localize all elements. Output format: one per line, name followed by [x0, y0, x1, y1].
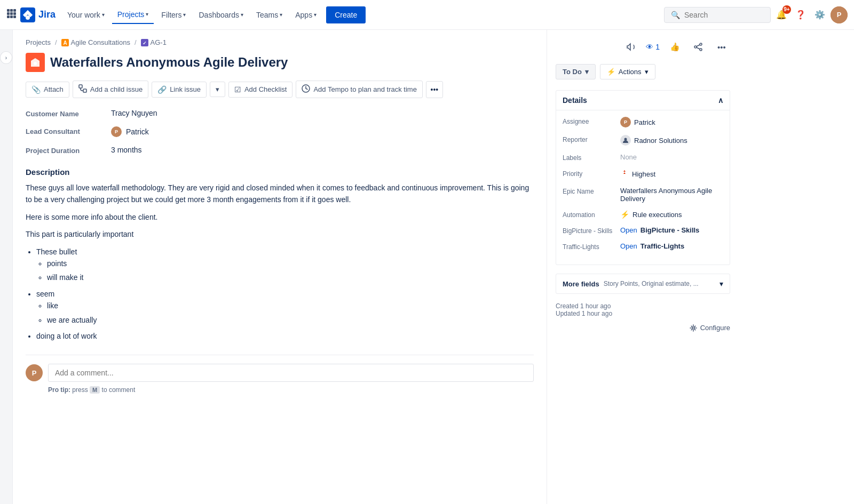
- assignee-label: Assignee: [563, 117, 616, 125]
- search-icon: 🔍: [671, 11, 680, 19]
- nav-dashboards[interactable]: Dashboards ▾: [193, 6, 249, 23]
- tempo-button[interactable]: Add Tempo to plan and track time: [296, 81, 422, 98]
- description-para-2: Here is some more info about the client.: [26, 211, 534, 223]
- link-issue-button[interactable]: 🔗 Link issue: [152, 82, 207, 98]
- svg-point-15: [34, 62, 37, 65]
- nav-apps[interactable]: Apps ▾: [290, 6, 322, 23]
- traffic-lights-open-link[interactable]: Open: [620, 242, 637, 250]
- timestamps: Created 1 hour ago Updated 1 hour ago: [556, 302, 730, 317]
- toolbar: 📎 Attach Add a child issue 🔗 Link issue: [26, 81, 534, 98]
- svg-rect-7: [10, 15, 13, 18]
- grid-icon[interactable]: [6, 9, 16, 21]
- comment-section: P Pro tip: press M to comment: [26, 355, 534, 394]
- nav-icons: 🔔 9+ ❓ ⚙️ P: [773, 6, 848, 23]
- more-actions-dropdown[interactable]: ▾: [210, 82, 225, 97]
- list-item: will make it: [47, 271, 534, 283]
- notifications-button[interactable]: 🔔 9+: [773, 6, 790, 23]
- add-child-issue-button[interactable]: Add a child issue: [73, 81, 148, 98]
- details-header[interactable]: Details ∧: [556, 91, 730, 110]
- search-input[interactable]: [684, 11, 764, 19]
- project-duration-field: Project Duration 3 months: [26, 146, 534, 155]
- toggle-button[interactable]: ›: [0, 51, 12, 64]
- more-options-icon[interactable]: •••: [713, 38, 730, 55]
- sub-list: points will make it: [47, 258, 534, 284]
- chevron-down-icon: ▾: [146, 11, 148, 17]
- link-icon: 🔗: [157, 85, 167, 94]
- configure-label[interactable]: Configure: [700, 324, 730, 332]
- traffic-lights-label: Traffic-Lights: [563, 242, 616, 251]
- nav-projects[interactable]: Projects ▾: [112, 6, 154, 24]
- svg-rect-2: [13, 9, 16, 12]
- attach-button[interactable]: 📎 Attach: [26, 82, 69, 98]
- configure-row[interactable]: Configure: [556, 324, 730, 332]
- breadcrumb-issue-id[interactable]: ✓ AG-1: [141, 38, 167, 46]
- search-bar[interactable]: 🔍: [664, 7, 771, 23]
- svg-rect-1: [10, 9, 13, 12]
- customer-name-value: Tracy Nguyen: [111, 109, 157, 117]
- status-button[interactable]: To Do ▾: [556, 64, 596, 79]
- epic-name-label: Epic Name: [563, 187, 616, 195]
- nav-your-work[interactable]: Your work ▾: [62, 6, 110, 23]
- actions-button[interactable]: ⚡ Actions ▾: [600, 64, 655, 79]
- labels-row: Labels None: [563, 153, 723, 162]
- issue-icon: ✓: [141, 39, 148, 46]
- project-duration-value: 3 months: [111, 146, 142, 154]
- thumbsup-button[interactable]: 👍: [666, 38, 683, 55]
- lead-consultant-field: Lead Consultant P Patrick: [26, 126, 534, 137]
- customer-name-label: Customer Name: [26, 109, 111, 118]
- svg-rect-5: [13, 12, 16, 15]
- more-fields-section[interactable]: More fields Story Points, Original estim…: [556, 274, 730, 294]
- bigpicture-open-link[interactable]: Open: [620, 226, 637, 234]
- add-checklist-button[interactable]: ☑ Add Checklist: [228, 82, 292, 98]
- labels-value[interactable]: None: [620, 153, 637, 161]
- bigpicture-value: Open BigPicture - Skills: [620, 226, 699, 234]
- child-issue-icon: [78, 84, 87, 94]
- comment-input[interactable]: [48, 364, 534, 382]
- reporter-row: Reporter Radnor Solutions: [563, 135, 723, 146]
- issue-title: Waterfallers Anonymous Agile Delivery: [50, 55, 288, 70]
- more-fields-label: More fields: [563, 280, 599, 288]
- breadcrumb-agile[interactable]: A Agile Consultations: [61, 38, 130, 46]
- chevron-down-icon: ▾: [645, 68, 649, 76]
- settings-button[interactable]: ⚙️: [811, 6, 828, 23]
- updated-timestamp: Updated 1 hour ago: [556, 310, 730, 317]
- svg-text:✓: ✓: [143, 41, 147, 46]
- details-section: Details ∧ Assignee P Patrick Reporter: [556, 90, 730, 265]
- breadcrumb-projects[interactable]: Projects: [26, 38, 51, 46]
- help-button[interactable]: ❓: [792, 6, 809, 23]
- description-title: Description: [26, 167, 534, 177]
- megaphone-icon[interactable]: [622, 38, 639, 55]
- list-item: points: [47, 258, 534, 269]
- eye-icon: 👁: [646, 43, 653, 51]
- automation-row: Automation ⚡ Rule executions: [563, 210, 723, 219]
- user-avatar-button[interactable]: P: [831, 6, 848, 23]
- collapse-icon: ∧: [718, 96, 723, 105]
- svg-point-21: [700, 49, 702, 51]
- watch-count: 1: [655, 43, 660, 51]
- comment-text-input[interactable]: [55, 369, 527, 377]
- chevron-down-icon: ▾: [102, 12, 105, 18]
- nav-teams[interactable]: Teams ▾: [251, 6, 288, 23]
- list-item: doing a lot of work: [36, 330, 534, 342]
- labels-label: Labels: [563, 153, 616, 162]
- svg-rect-6: [7, 15, 10, 18]
- automation-label: Automation: [563, 210, 616, 219]
- m-key-badge: M: [90, 386, 100, 394]
- share-button[interactable]: [690, 38, 707, 55]
- assignee-avatar: P: [620, 117, 631, 127]
- nav-filters[interactable]: Filters ▾: [156, 6, 191, 23]
- svg-point-22: [624, 138, 627, 141]
- reporter-label: Reporter: [563, 135, 616, 143]
- watch-button[interactable]: 👁 1: [646, 43, 660, 51]
- lead-consultant-label: Lead Consultant: [26, 126, 111, 135]
- create-button[interactable]: Create: [326, 6, 366, 23]
- status-actions-row: To Do ▾ ⚡ Actions ▾: [556, 64, 730, 79]
- more-options-button[interactable]: •••: [426, 81, 443, 98]
- svg-rect-0: [7, 9, 10, 12]
- lead-consultant-value: P Patrick: [111, 126, 149, 137]
- jira-logo[interactable]: Jira: [20, 7, 56, 22]
- logo-text: Jira: [38, 9, 56, 20]
- sidebar-toggle[interactable]: ›: [0, 30, 13, 504]
- reporter-avatar: [620, 135, 631, 146]
- chevron-down-icon: ▾: [280, 12, 282, 18]
